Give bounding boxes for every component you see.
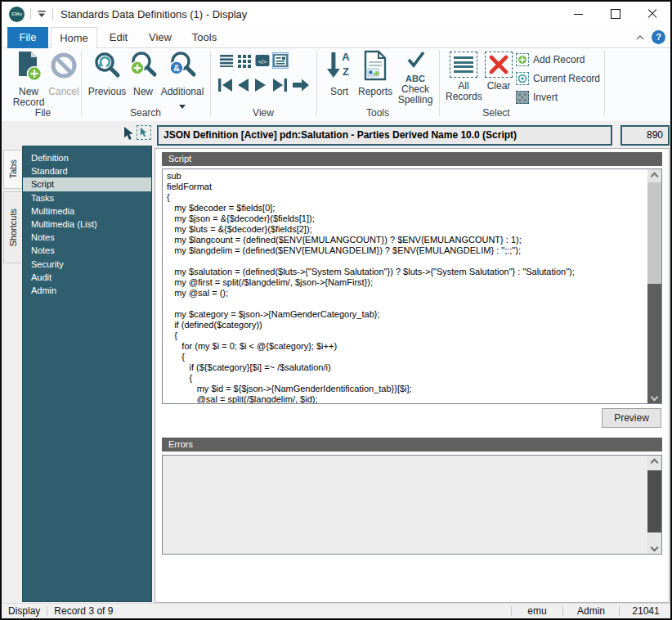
check-spelling-icon <box>401 50 429 71</box>
script-scrollbar[interactable] <box>647 169 661 403</box>
minimize-icon <box>574 14 583 15</box>
app-logo-icon[interactable]: EMu <box>9 7 25 22</box>
sidebar-item-notes-2[interactable]: Notes <box>23 244 151 257</box>
first-record-icon[interactable] <box>216 78 234 92</box>
status-divider <box>619 606 620 616</box>
check-spelling-button[interactable]: ABC Check Spelling <box>395 50 436 106</box>
search-previous-button[interactable]: Previous <box>86 50 128 97</box>
ribbon-group-select: All Records Clear Add Record Current Rec… <box>439 48 604 121</box>
record-number: 890 <box>620 125 670 146</box>
status-divider <box>562 606 563 616</box>
search-previous-label: Previous <box>86 87 128 97</box>
tab-file[interactable]: File <box>7 27 48 48</box>
code-view-icon[interactable]: </> <box>255 53 270 68</box>
group-label-tools: Tools <box>316 107 439 119</box>
close-icon <box>647 9 657 19</box>
tab-home[interactable]: Home <box>51 27 97 49</box>
window-title: Standards Data Definitions (1) - Display <box>60 8 247 20</box>
script-code[interactable]: sub fieldFormat { my $decoder = $fields[… <box>167 171 643 404</box>
scrollbar-thumb[interactable] <box>647 182 661 284</box>
sidebar-item-admin[interactable]: Admin <box>23 284 151 297</box>
scroll-up-button[interactable] <box>647 456 661 469</box>
chevron-up-icon <box>651 172 659 180</box>
tab-view[interactable]: View <box>140 27 181 48</box>
sidebar-item-notes[interactable]: Notes <box>23 231 151 244</box>
sidebar-item-multimedia[interactable]: Multimedia <box>23 204 151 218</box>
goto-record-icon[interactable] <box>292 78 310 92</box>
new-record-button[interactable]: New Record <box>10 50 47 108</box>
sidebar-item-standard[interactable]: Standard <box>23 164 151 177</box>
sidebar-item-multimedia-list[interactable]: Multimedia (List) <box>23 218 151 231</box>
next-record-icon[interactable] <box>253 78 268 92</box>
side-tab-shortcuts[interactable]: Shortcuts <box>3 191 21 263</box>
all-records-button[interactable]: All Records <box>446 50 482 102</box>
group-label-select: Select <box>439 107 553 119</box>
sidebar-item-script[interactable]: Script <box>23 177 151 191</box>
form-view-icon[interactable] <box>272 52 289 69</box>
sidebar-item-tasks[interactable]: Tasks <box>23 191 151 204</box>
status-number: 21041 <box>626 605 665 617</box>
tab-tools[interactable]: Tools <box>184 27 225 48</box>
sort-button[interactable]: A Z Sort <box>323 50 356 97</box>
errors-scrollbar[interactable] <box>647 456 661 554</box>
clear-icon <box>485 52 513 78</box>
status-mode: Display <box>8 605 40 617</box>
group-label-file: File <box>5 107 81 119</box>
select-record-icon[interactable] <box>137 125 151 140</box>
scroll-up-button[interactable] <box>647 169 661 182</box>
sort-label: Sort <box>323 87 356 97</box>
side-tab-shortcuts-label: Shortcuts <box>8 209 18 246</box>
add-record-label: Add Record <box>533 54 585 65</box>
scrollbar-thumb[interactable] <box>647 470 661 532</box>
check-spelling-label: Check Spelling <box>395 84 436 106</box>
status-bar: Display Record 3 of 9 emu Admin 21041 <box>2 603 670 618</box>
add-record-icon <box>516 53 529 66</box>
side-tab-tabs-label: Tabs <box>8 159 18 178</box>
add-record-button[interactable]: Add Record <box>516 52 585 67</box>
scroll-down-button[interactable] <box>647 390 661 403</box>
group-label-search: Search <box>81 107 210 119</box>
search-additional-label: Additional <box>158 87 207 97</box>
abc-text: ABC <box>395 74 436 83</box>
quick-access-menu-icon[interactable] <box>37 10 47 18</box>
ribbon-group-view: </> View <box>210 48 316 121</box>
svg-text:A: A <box>342 51 350 63</box>
last-record-icon[interactable] <box>271 78 289 92</box>
current-record-icon <box>516 72 529 85</box>
current-record-button[interactable]: Current Record <box>516 71 600 86</box>
title-bar: EMu Standards Data Definitions (1) - Dis… <box>2 2 670 26</box>
sidebar-item-security[interactable]: Security <box>23 258 151 271</box>
search-new-button[interactable]: New <box>128 50 158 97</box>
chevron-down-icon <box>651 393 659 401</box>
tab-edit[interactable]: Edit <box>100 27 137 48</box>
cancel-button[interactable]: Cancel <box>47 50 80 97</box>
help-icon[interactable]: ? <box>652 30 665 44</box>
preview-button[interactable]: Preview <box>602 408 661 428</box>
clear-button[interactable]: Clear <box>483 50 514 92</box>
search-additional-button[interactable]: & Additional <box>158 50 207 112</box>
ribbon-tab-bar: File Home Edit View Tools ? <box>2 26 670 48</box>
pointer-tools <box>123 124 154 142</box>
previous-record-icon[interactable] <box>235 78 250 92</box>
cursor-arrow-icon[interactable] <box>123 127 133 141</box>
sidebar-item-audit[interactable]: Audit <box>23 271 151 284</box>
status-group: Admin <box>570 605 612 617</box>
side-tab-tabs[interactable]: Tabs <box>3 150 21 189</box>
close-button[interactable] <box>634 2 670 26</box>
sidebar-item-definition[interactable]: Definition <box>23 151 151 164</box>
app-window: EMu Standards Data Definitions (1) - Dis… <box>0 0 672 620</box>
grid-view-icon[interactable] <box>237 53 252 68</box>
maximize-button[interactable] <box>597 2 634 26</box>
collapse-ribbon-icon[interactable] <box>634 33 646 43</box>
script-editor[interactable]: sub fieldFormat { my $decoder = $fields[… <box>162 168 662 404</box>
list-view-icon[interactable] <box>219 53 234 68</box>
record-header: JSON Definition [Active] pdn:Salutation … <box>157 125 612 146</box>
invert-selection-button[interactable]: Invert <box>516 90 558 105</box>
search-additional-icon: & <box>168 50 197 83</box>
minimize-button[interactable] <box>560 2 597 26</box>
errors-output <box>162 455 662 555</box>
status-user: emu <box>518 605 556 617</box>
scroll-down-button[interactable] <box>647 541 661 554</box>
cancel-label: Cancel <box>47 87 80 97</box>
reports-button[interactable]: Reports <box>357 50 393 97</box>
